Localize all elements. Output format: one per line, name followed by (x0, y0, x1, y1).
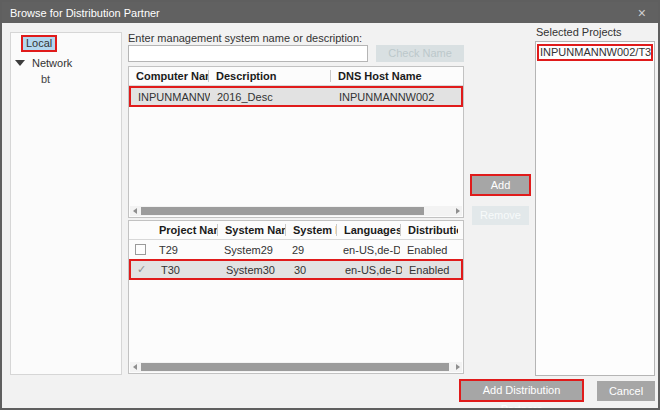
scrollbar-thumb[interactable] (141, 363, 449, 371)
cell-project-name: T30 (154, 264, 219, 276)
computers-table: Computer Name Description DNS Host Name … (128, 66, 464, 218)
tree-item-bt[interactable]: bt (41, 73, 50, 85)
cancel-button[interactable]: Cancel (597, 381, 655, 401)
column-header-dns-host-name[interactable]: DNS Host Name (330, 70, 463, 82)
management-system-input[interactable] (128, 45, 368, 62)
projects-table-hscrollbar[interactable] (130, 362, 462, 372)
location-tree-panel: Local Network bt (10, 32, 122, 375)
project-row-t29[interactable]: T29 System29 29 en-US,de-DE Enabled (129, 240, 463, 259)
add-button[interactable]: Add (470, 174, 531, 196)
column-header-languages[interactable]: Languages (336, 224, 400, 236)
checkbox-checked-icon[interactable]: ✓ (131, 263, 154, 276)
remove-button[interactable]: Remove (472, 206, 529, 225)
cell-project-name: T29 (152, 244, 217, 256)
dialog-title: Browse for Distribution Partner (10, 7, 634, 19)
cell-languages: en-US,de-DE (336, 244, 400, 256)
cell-system-name: System30 (219, 264, 287, 276)
expander-triangle-icon[interactable] (15, 60, 25, 66)
scrollbar-track[interactable] (139, 207, 453, 215)
check-name-button[interactable]: Check Name (376, 45, 464, 62)
cell-description: 2016_Desc (210, 91, 332, 103)
tree-item-local[interactable]: Local (21, 35, 57, 52)
cell-system-id: 30 (287, 264, 338, 276)
scroll-right-icon[interactable] (453, 206, 462, 216)
scroll-left-icon[interactable] (130, 206, 139, 216)
project-row-t30-selected[interactable]: ✓ T30 System30 30 en-US,de-DE Enabled (129, 259, 463, 280)
selected-projects-label: Selected Projects (536, 26, 622, 38)
cell-distribution: Enabled (400, 244, 458, 256)
column-header-distribution[interactable]: Distribution (400, 224, 458, 236)
projects-table-header: Project Name System Name System ID Langu… (129, 221, 463, 240)
cell-system-name: System29 (217, 244, 285, 256)
scroll-right-icon[interactable] (453, 362, 462, 372)
browse-distribution-partner-dialog: Browse for Distribution Partner × Local … (0, 0, 660, 410)
computers-table-header: Computer Name Description DNS Host Name (129, 67, 463, 86)
close-icon[interactable]: × (634, 6, 650, 20)
scrollbar-thumb[interactable] (141, 207, 424, 215)
cell-dns-host-name: INPUNMANNW002 (332, 91, 461, 103)
cell-distribution: Enabled (402, 264, 460, 276)
cell-computer-name: INPUNMANNW002 (131, 91, 210, 103)
tree-item-network[interactable]: Network (15, 57, 72, 69)
add-distribution-partners-button[interactable]: Add Distribution Partners (459, 379, 584, 402)
selected-projects-listbox: INPUNMANNW002/T30 (535, 41, 655, 376)
scrollbar-track[interactable] (139, 363, 453, 371)
column-header-description[interactable]: Description (208, 70, 330, 82)
title-bar: Browse for Distribution Partner × (2, 2, 658, 23)
computers-table-hscrollbar[interactable] (130, 206, 462, 216)
projects-table: Project Name System Name System ID Langu… (128, 220, 464, 374)
scroll-left-icon[interactable] (130, 362, 139, 372)
cell-system-id: 29 (285, 244, 336, 256)
column-header-system-id[interactable]: System ID (285, 224, 336, 236)
selected-project-item[interactable]: INPUNMANNW002/T30 (537, 44, 653, 61)
checkbox-unchecked[interactable] (129, 244, 152, 255)
computer-row-selected[interactable]: INPUNMANNW002 2016_Desc INPUNMANNW002 (129, 86, 463, 107)
column-header-project-name[interactable]: Project Name (152, 224, 217, 236)
cell-languages: en-US,de-DE (338, 264, 402, 276)
column-header-computer-name[interactable]: Computer Name (129, 70, 208, 82)
management-system-label: Enter management system name or descript… (128, 32, 362, 44)
tree-item-network-label: Network (32, 57, 72, 69)
column-header-system-name[interactable]: System Name (217, 224, 285, 236)
